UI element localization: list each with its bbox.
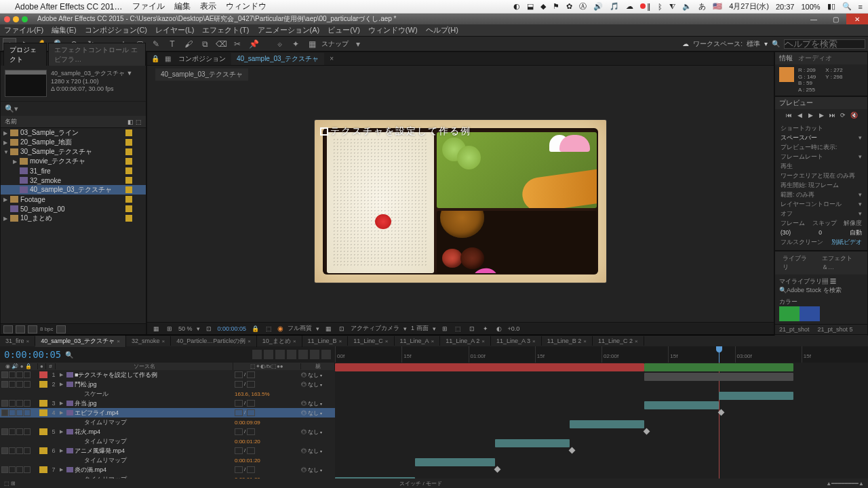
- menu-extra-icon[interactable]: ⬓: [527, 2, 534, 11]
- traffic-min-icon[interactable]: [13, 16, 19, 22]
- vf-icon[interactable]: ⊞: [165, 325, 174, 333]
- layer-property-row[interactable]: タイムリマップ0:00:01:20: [0, 436, 335, 446]
- bpc-button[interactable]: 8 bpc: [40, 326, 54, 332]
- last-frame-button[interactable]: ⏭: [827, 111, 837, 119]
- tree-row[interactable]: 31_fire: [1, 166, 146, 176]
- tree-row[interactable]: ▶10_まとめ: [1, 214, 146, 223]
- vf-icon[interactable]: ⬚: [454, 325, 463, 333]
- views[interactable]: 1 画面: [411, 324, 429, 333]
- audio-tab[interactable]: オーディオ: [798, 54, 832, 63]
- flag-icon[interactable]: 🇺🇸: [713, 2, 722, 11]
- preview-tab[interactable]: プレビュー: [779, 98, 813, 108]
- layer-row[interactable]: 1▶■テクスチャを設定して作る例/◎ なし ▾: [0, 370, 335, 380]
- current-timecode[interactable]: 0:00:00:05: [4, 349, 61, 360]
- win-close-button[interactable]: ✕: [846, 14, 868, 24]
- clone-tool-icon[interactable]: ⧉: [198, 38, 212, 50]
- vf-icon[interactable]: ▦: [151, 325, 161, 333]
- menu-view[interactable]: ビュー(V): [328, 25, 360, 35]
- record-icon[interactable]: ‖: [640, 2, 651, 11]
- col-name[interactable]: 名前: [5, 117, 17, 126]
- type-tool-icon[interactable]: T: [165, 38, 179, 50]
- vf-icon[interactable]: 🔒: [250, 325, 260, 333]
- tl-button[interactable]: [310, 350, 319, 359]
- help-search-input[interactable]: [784, 39, 865, 49]
- date[interactable]: 4月27日(水): [729, 1, 769, 12]
- menu-window[interactable]: ウィンドウ(W): [368, 25, 418, 35]
- brush-tool-icon[interactable]: 🖌: [182, 38, 195, 50]
- dropdown-icon[interactable]: ▾: [433, 325, 436, 332]
- new-folder-button[interactable]: [16, 325, 25, 333]
- tl-button[interactable]: [264, 350, 273, 359]
- menu-help[interactable]: ヘルプ(H): [426, 25, 458, 35]
- menu-extra-icon[interactable]: ✿: [566, 2, 572, 11]
- comp-chip[interactable]: 40_sample_03_テクスチャ: [155, 68, 248, 81]
- misc-tool-icon[interactable]: ▦: [305, 38, 319, 50]
- tree-row[interactable]: ▶movie_テクスチャ: [1, 157, 146, 166]
- layer-row[interactable]: 4▶エビフライ.mp4/◎ なし ▾: [0, 408, 335, 418]
- comp-tab[interactable]: 32_smoke ×: [126, 336, 171, 346]
- tl-button[interactable]: [298, 350, 308, 359]
- battery-icon[interactable]: ▮▯: [827, 2, 835, 11]
- comp-tab[interactable]: 11_Line_C ×: [348, 336, 394, 346]
- comp-tab[interactable]: 11_Line_A 3 ×: [491, 336, 542, 346]
- timeline-tracks[interactable]: [335, 363, 868, 479]
- search-icon[interactable]: 🔍: [65, 351, 73, 359]
- toggle-switches-icon[interactable]: ⬚ ⊞: [4, 481, 16, 487]
- comp-name[interactable]: 40_sample_03_テクスチャ: [231, 53, 324, 65]
- library-tab[interactable]: ライブラリ: [779, 253, 813, 273]
- color-swatch[interactable]: [800, 306, 820, 321]
- tl-button[interactable]: [252, 350, 262, 359]
- mac-menu-view[interactable]: 表示: [200, 1, 216, 12]
- effects-tab[interactable]: エフェクト＆…: [818, 253, 863, 273]
- comp-tab[interactable]: 11_Line_C 2 ×: [593, 336, 644, 346]
- zoom-level[interactable]: 50 %: [178, 325, 193, 332]
- ime-icon[interactable]: あ: [698, 1, 706, 12]
- comp-tab[interactable]: 11_Line_B 2 ×: [542, 336, 593, 346]
- comp-nav-icon[interactable]: ▦: [165, 55, 173, 63]
- tl-button[interactable]: [287, 350, 296, 359]
- comp-tab[interactable]: 40_Particle…Particleの例 ×: [171, 336, 257, 347]
- misc-tool-icon[interactable]: ⟐: [273, 38, 286, 50]
- menu-extra-icon[interactable]: 🎵: [610, 2, 619, 11]
- project-tab[interactable]: プロジェクト: [3, 43, 47, 66]
- layer-property-row[interactable]: タイムリマップ0:00:09:09: [0, 418, 335, 427]
- layer-row[interactable]: 7▶炎の渦.mp4/◎ なし ▾: [0, 465, 335, 474]
- layer-row[interactable]: 2▶門松.jpg/◎ なし ▾: [0, 380, 335, 389]
- vf-icon[interactable]: ✦: [481, 325, 490, 333]
- wifi-icon[interactable]: ⧨: [669, 2, 675, 11]
- color-swatch[interactable]: [779, 306, 800, 321]
- menu-extra-icon[interactable]: Ⓐ: [579, 1, 587, 12]
- menu-extra-icon[interactable]: ⚑: [553, 2, 559, 11]
- prev-frame-button[interactable]: ◀: [795, 111, 804, 119]
- tl-button[interactable]: [275, 350, 285, 359]
- vf-icon[interactable]: ⊡: [467, 325, 477, 333]
- eraser-tool-icon[interactable]: ⌫: [214, 38, 228, 50]
- tree-row[interactable]: ▶Footage: [1, 195, 146, 204]
- dropdown-icon[interactable]: ▾: [764, 40, 768, 47]
- comp-tab[interactable]: 40_sample_03_テクスチャ ×: [35, 336, 126, 347]
- win-min-button[interactable]: —: [803, 14, 825, 24]
- vf-icon[interactable]: ⊡: [337, 325, 347, 333]
- search-icon[interactable]: 🔍▾: [5, 104, 18, 113]
- workspace-value[interactable]: 標準: [747, 39, 760, 49]
- lock-icon[interactable]: 🔒: [151, 55, 159, 63]
- viewer-time[interactable]: 0:00:00:05: [218, 325, 247, 332]
- tree-row[interactable]: ▶03_Sample_ライン: [1, 128, 146, 138]
- zoom-slider[interactable]: ▲━━━━━━━━▲: [826, 481, 864, 487]
- pen-tool-icon[interactable]: ✎: [149, 38, 163, 50]
- vf-icon[interactable]: ▦: [323, 325, 333, 333]
- tree-row[interactable]: ▶20_Sample_地面: [1, 138, 146, 147]
- roto-tool-icon[interactable]: ✂: [231, 38, 244, 50]
- volume-icon[interactable]: 🔈: [682, 2, 692, 11]
- dropdown-icon[interactable]: ▾: [859, 201, 862, 209]
- pt-tab[interactable]: 21_pt_shot: [775, 325, 814, 334]
- win-max-button[interactable]: ▢: [825, 14, 846, 24]
- comp-tab[interactable]: 31_fire ×: [0, 336, 35, 346]
- sync-icon[interactable]: ☁: [682, 40, 689, 47]
- traffic-max-icon[interactable]: [22, 16, 28, 22]
- bluetooth-icon[interactable]: ᛒ: [658, 3, 663, 11]
- trash-button[interactable]: [56, 325, 66, 333]
- draft-3d-icon[interactable]: ◉: [277, 325, 283, 332]
- tree-row[interactable]: 40_sample_03_テクスチャ: [1, 185, 146, 195]
- composition-viewer[interactable]: テクスチャを設定して作る例: [147, 81, 774, 322]
